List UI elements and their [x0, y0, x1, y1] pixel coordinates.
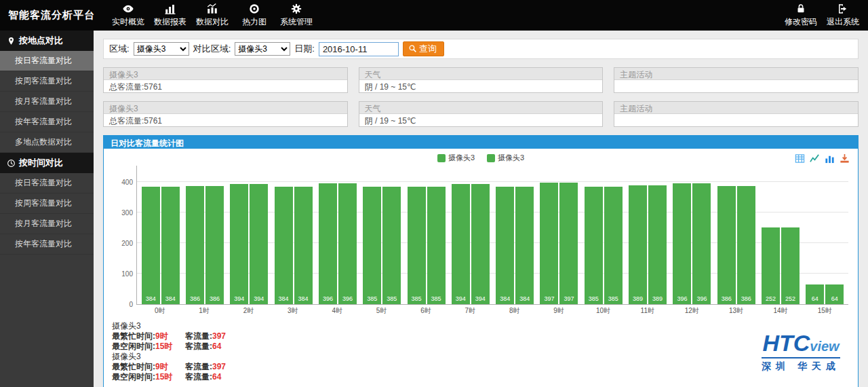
bar-series-1[interactable]: 252	[762, 227, 780, 304]
nav-item-logout[interactable]: 退出系统	[822, 0, 864, 31]
bar-series-1[interactable]: 394	[452, 184, 470, 304]
legend-item-series-2[interactable]: 摄像头3	[487, 153, 524, 163]
idle-time-value: 15时	[155, 372, 176, 382]
bar-series-2[interactable]: 386	[205, 186, 224, 304]
bar-value-label: 397	[540, 295, 558, 302]
x-axis-tick-label: 13时	[714, 306, 758, 316]
bar-series-2[interactable]: 397	[559, 183, 578, 304]
top-header-actions: 修改密码 退出系统	[780, 0, 868, 31]
nav-item-change-password[interactable]: 修改密码	[780, 0, 822, 31]
chart-plot: 0100200300400 38438438638639439438438439…	[136, 166, 848, 305]
logo-htc: HTC	[762, 330, 810, 356]
sidebar-item-yearly-by-location[interactable]: 按年客流量对比	[0, 112, 94, 132]
sidebar-item-multi-location[interactable]: 多地点数据对比	[0, 132, 94, 153]
busy-flow-value: 397	[212, 331, 226, 341]
bar-series-2[interactable]: 386	[737, 186, 755, 304]
card-value: 总客流量:5761	[104, 114, 347, 126]
bar-series-1[interactable]: 397	[540, 183, 558, 304]
sidebar-item-monthly-by-time[interactable]: 按月客流量对比	[0, 214, 94, 234]
sidebar-item-weekly-by-location[interactable]: 按周客流量对比	[0, 71, 94, 92]
bar-series-2[interactable]: 252	[781, 227, 800, 304]
sidebar-section-title: 按时间对比	[19, 157, 63, 169]
bar-group: 385385	[404, 187, 448, 304]
bar-series-1[interactable]: 384	[142, 187, 160, 304]
idle-time-value: 15时	[155, 342, 176, 352]
bar-series-2[interactable]: 396	[338, 183, 357, 304]
info-cards-row-1: 摄像头3 总客流量:5761 天气 阴 / 19 ~ 15℃ 主题活动	[103, 67, 859, 93]
bar-series-1[interactable]: 384	[496, 187, 514, 304]
bar-series-1[interactable]: 64	[806, 284, 824, 304]
app-root: 智能客流分析平台 实时概览 数据报表 数据对比 热力图 系统管理	[0, 0, 868, 387]
eye-icon	[122, 3, 134, 15]
line-chart-icon[interactable]	[810, 153, 820, 164]
bar-series-1[interactable]: 386	[717, 186, 736, 304]
bar-series-1[interactable]: 385	[363, 187, 381, 304]
summary-camera-name: 摄像头3	[112, 352, 226, 362]
bar-series-2[interactable]: 385	[604, 187, 623, 304]
bar-series-1[interactable]: 384	[275, 187, 293, 304]
bar-series-1[interactable]: 396	[673, 183, 691, 304]
idle-time-label: 最空闲时间:	[112, 372, 155, 382]
bar-series-1[interactable]: 389	[629, 185, 647, 304]
card-value	[614, 80, 858, 92]
x-axis-tick-label: 14时	[758, 306, 802, 316]
query-button[interactable]: 查询	[403, 41, 444, 56]
nav-item-data-report[interactable]: 数据报表	[149, 0, 191, 31]
sidebar-item-daily-by-time[interactable]: 按日客流量对比	[0, 173, 94, 194]
card-title: 主题活动	[614, 68, 858, 80]
nav-item-heatmap[interactable]: 热力图	[233, 0, 275, 31]
sidebar-item-weekly-by-time[interactable]: 按周客流量对比	[0, 194, 94, 214]
nav-item-system-admin[interactable]: 系统管理	[275, 0, 317, 31]
top-nav: 实时概览 数据报表 数据对比 热力图 系统管理	[107, 0, 317, 31]
date-label: 日期:	[294, 43, 315, 55]
date-input[interactable]	[319, 42, 399, 56]
bar-series-2[interactable]: 389	[648, 185, 667, 304]
bar-series-1[interactable]: 386	[186, 186, 204, 304]
nav-item-realtime-overview[interactable]: 实时概览	[107, 0, 149, 31]
bar-value-label: 384	[515, 295, 534, 302]
sidebar-item-daily-by-location[interactable]: 按日客流量对比	[0, 51, 94, 71]
query-button-label: 查询	[419, 43, 437, 55]
sidebar-item-yearly-by-time[interactable]: 按年客流量对比	[0, 234, 94, 255]
save-image-icon[interactable]	[840, 153, 850, 164]
theme-activity-card: 主题活动	[614, 67, 859, 93]
legend-item-series-1[interactable]: 摄像头3	[437, 153, 475, 163]
nav-item-data-compare[interactable]: 数据对比	[191, 0, 233, 31]
bar-series-2[interactable]: 385	[382, 187, 401, 304]
bar-series-2[interactable]: 64	[825, 284, 844, 304]
bar-series-2[interactable]: 396	[692, 183, 711, 304]
bar-value-label: 252	[781, 295, 800, 302]
legend-swatch-icon	[437, 154, 446, 162]
idle-flow-value: 64	[212, 342, 221, 351]
card-title: 天气	[359, 68, 603, 80]
bar-group: 384384	[493, 187, 537, 304]
bar-series-2[interactable]: 385	[427, 187, 446, 304]
weather-card: 天气 阴 / 19 ~ 15℃	[359, 101, 604, 127]
bar-value-label: 252	[762, 295, 780, 302]
compare-region-select[interactable]: 摄像头3	[235, 42, 290, 56]
bar-series-2[interactable]: 384	[515, 187, 534, 304]
main-content: 区域: 摄像头3 对比区域: 摄像头3 日期: 查询 摄像头3 总客流量:576…	[94, 31, 868, 387]
summary-camera-name: 摄像头3	[112, 321, 226, 331]
bar-series-1[interactable]: 394	[230, 184, 248, 304]
bar-group: 384384	[271, 187, 315, 304]
card-value	[614, 114, 858, 126]
bar-series-1[interactable]: 385	[408, 187, 426, 304]
summary-idle-line: 最空闲时间:15时客流量:64	[112, 372, 226, 382]
bar-series-1[interactable]: 385	[585, 187, 603, 304]
sidebar-item-monthly-by-location[interactable]: 按月客流量对比	[0, 92, 94, 112]
data-view-icon[interactable]	[795, 153, 805, 164]
bar-series-2[interactable]: 384	[161, 187, 180, 304]
bar-series-2[interactable]: 394	[471, 184, 490, 304]
bar-series-2[interactable]: 384	[294, 187, 313, 304]
bar-value-label: 396	[319, 295, 337, 302]
region-select[interactable]: 摄像头3	[134, 42, 189, 56]
bar-series-1[interactable]: 396	[319, 183, 337, 304]
busy-flow-value: 397	[212, 362, 226, 371]
logout-icon	[837, 3, 849, 15]
bar-value-label: 384	[142, 295, 160, 302]
legend-label: 摄像头3	[498, 153, 524, 163]
x-axis-tick-label: 0时	[138, 306, 182, 316]
bar-series-2[interactable]: 394	[250, 184, 268, 304]
bar-chart-icon[interactable]	[825, 153, 835, 164]
